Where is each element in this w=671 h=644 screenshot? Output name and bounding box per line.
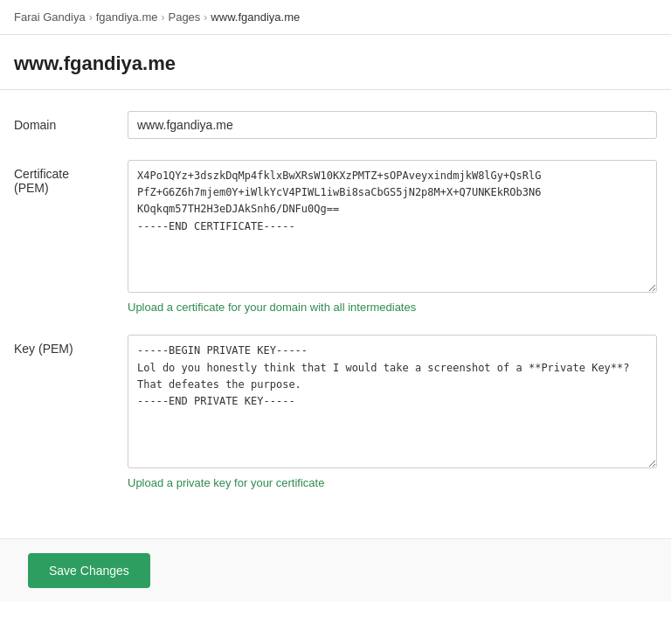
form-content: Domain Certificate(PEM) X4Po1QYz+3dszkDq… <box>0 90 671 531</box>
breadcrumb-fgandiya[interactable]: fgandiya.me <box>96 10 158 24</box>
save-button[interactable]: Save Changes <box>28 553 150 588</box>
key-label: Key (PEM) <box>14 335 128 356</box>
breadcrumb-pages[interactable]: Pages <box>168 10 200 24</box>
key-textarea[interactable]: -----BEGIN PRIVATE KEY----- Lol do you h… <box>128 335 657 467</box>
breadcrumb-sep-1: › <box>89 11 93 24</box>
certificate-row: Certificate(PEM) X4Po1QYz+3dszkDqMp4fklx… <box>14 160 657 314</box>
breadcrumb-current: www.fgandiya.me <box>211 10 300 24</box>
key-help: Upload a private key for your certificat… <box>128 476 657 489</box>
footer-row: Save Changes <box>0 538 671 602</box>
key-row: Key (PEM) -----BEGIN PRIVATE KEY----- Lo… <box>14 335 657 488</box>
key-field: -----BEGIN PRIVATE KEY----- Lol do you h… <box>128 335 657 488</box>
domain-input[interactable] <box>128 111 657 139</box>
certificate-textarea[interactable]: X4Po1QYz+3dszkDqMp4fklxBwXRsW10KXzPMTZ+s… <box>128 160 657 293</box>
domain-row: Domain <box>14 111 657 139</box>
breadcrumb: Farai Gandiya › fgandiya.me › Pages › ww… <box>0 0 671 35</box>
certificate-textarea-wrapper: X4Po1QYz+3dszkDqMp4fklxBwXRsW10KXzPMTZ+s… <box>128 160 657 295</box>
breadcrumb-sep-2: › <box>161 11 164 24</box>
domain-label: Domain <box>14 111 128 132</box>
certificate-help: Upload a certificate for your domain wit… <box>128 301 657 314</box>
page-header: www.fgandiya.me <box>0 35 671 90</box>
domain-field <box>128 111 657 139</box>
certificate-label: Certificate(PEM) <box>14 160 128 195</box>
page-title: www.fgandiya.me <box>14 52 657 75</box>
breadcrumb-farai[interactable]: Farai Gandiya <box>14 10 86 24</box>
certificate-field: X4Po1QYz+3dszkDqMp4fklxBwXRsW10KXzPMTZ+s… <box>128 160 657 314</box>
breadcrumb-sep-3: › <box>204 11 207 24</box>
